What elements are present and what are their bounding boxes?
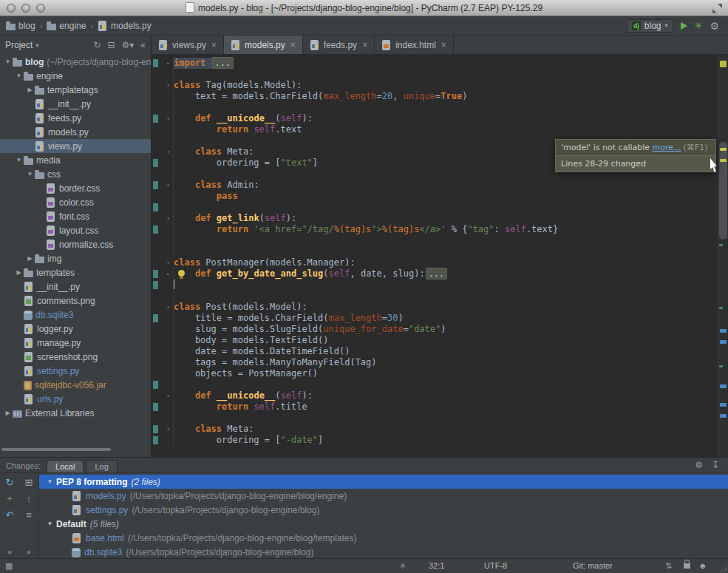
tree-item[interactable]: manage.py xyxy=(0,336,151,350)
tree-item[interactable]: ▶External Libraries xyxy=(0,406,151,420)
tab-close-icon[interactable]: × xyxy=(362,40,367,50)
fold-marker-icon[interactable]: ▾ xyxy=(166,146,170,157)
fold-marker-icon[interactable]: ▾ xyxy=(166,213,170,224)
sync-icon[interactable]: ↻ xyxy=(93,40,101,50)
horizontal-scrollbar[interactable] xyxy=(1,448,111,451)
code-line[interactable] xyxy=(152,246,718,257)
changes-expand-icon[interactable]: ▼ xyxy=(45,478,55,485)
settings-gear-icon[interactable]: ⚙ xyxy=(710,21,719,31)
stripe-mark[interactable] xyxy=(719,307,723,309)
tree-item[interactable]: feeds.py xyxy=(0,111,151,125)
file-encoding[interactable]: UTF-8 xyxy=(484,561,507,570)
fullscreen-icon[interactable] xyxy=(712,4,722,13)
tree-expand-icon[interactable]: ▼ xyxy=(14,157,24,163)
new-changelist-icon[interactable]: + xyxy=(7,494,13,504)
tree-item[interactable]: layout.css xyxy=(0,223,151,237)
changes-row[interactable]: ▼Default(5 files) xyxy=(39,517,728,531)
chevron-down-icon[interactable]: ▾ xyxy=(35,42,38,49)
editor-scrollbar[interactable] xyxy=(719,142,727,240)
tree-expand-icon[interactable]: ▼ xyxy=(14,72,24,79)
tree-expand-icon[interactable]: ▶ xyxy=(25,87,35,93)
code-line[interactable]: return '<a href="/tag/%(tag)s">%(tag)s</… xyxy=(152,224,718,235)
code-line[interactable]: ▸import ... xyxy=(152,58,718,69)
code-line[interactable] xyxy=(152,291,718,302)
changes-row[interactable]: db.sqlite3(/Users/topka/Projects/django-… xyxy=(39,545,728,558)
code-line[interactable]: return self.title xyxy=(152,401,718,413)
code-line[interactable]: ▾class Post(models.Model): xyxy=(152,302,718,313)
tree-item[interactable]: settings.py xyxy=(0,364,151,378)
code-line[interactable]: return self.text xyxy=(152,124,718,135)
tree-item[interactable]: __init__.py xyxy=(0,279,151,294)
fold-marker-icon[interactable]: ▾ xyxy=(166,424,170,435)
run-button[interactable] xyxy=(681,22,687,30)
refresh-icon[interactable]: ↻ xyxy=(6,478,14,487)
stripe-mark[interactable] xyxy=(720,148,727,151)
stripe-mark[interactable] xyxy=(720,384,727,388)
editor-tab[interactable]: index.html× xyxy=(375,35,454,54)
editor-tab[interactable]: views.py× xyxy=(152,35,224,54)
rollback-icon[interactable]: ↶ xyxy=(6,510,14,520)
tree-item[interactable]: sqlitejdbc-v056.jar xyxy=(0,378,151,392)
code-line[interactable]: ordering = ["-date"] xyxy=(152,435,718,446)
stripe-mark[interactable] xyxy=(719,365,723,367)
code-line[interactable] xyxy=(152,235,718,246)
code-line[interactable]: slug = models.SlugField(unique_for_date=… xyxy=(152,324,718,335)
code-line[interactable]: ▾ class Meta: xyxy=(152,424,718,435)
fold-marker-icon[interactable]: ▾ xyxy=(166,113,170,124)
code-line[interactable]: title = models.CharField(max_length=30) xyxy=(152,313,718,324)
stripe-mark[interactable] xyxy=(720,340,727,344)
tree-expand-icon[interactable]: ▶ xyxy=(3,410,13,416)
tree-item[interactable]: comments.png xyxy=(0,294,151,308)
stripe-mark[interactable] xyxy=(720,61,727,67)
tree-expand-icon[interactable]: ▶ xyxy=(14,269,24,276)
more-actions-icon[interactable]: » xyxy=(27,547,31,556)
tree-expand-icon[interactable]: ▼ xyxy=(25,171,35,177)
tree-item[interactable]: logger.py xyxy=(0,322,151,336)
tree-item[interactable]: ▶templates xyxy=(0,265,151,279)
tree-item[interactable]: ▼media xyxy=(0,153,151,167)
show-diff-icon[interactable]: ≡ xyxy=(26,510,32,520)
code-line[interactable] xyxy=(152,202,718,213)
lock-icon[interactable] xyxy=(684,563,690,569)
tab-close-icon[interactable]: × xyxy=(290,40,296,50)
tree-item[interactable]: models.py xyxy=(0,125,151,139)
tab-close-icon[interactable]: × xyxy=(211,40,217,50)
code-line[interactable]: ▾class PostManager(models.Manager): xyxy=(152,257,718,268)
code-line[interactable]: pass xyxy=(152,191,718,202)
breadcrumb-item[interactable]: models.py xyxy=(98,21,152,31)
editor-tab[interactable]: feeds.py× xyxy=(303,35,375,54)
group-by-icon[interactable]: ⊞ xyxy=(25,478,33,487)
stripe-mark[interactable] xyxy=(720,159,727,162)
fold-marker-icon[interactable]: ▾ xyxy=(166,302,170,313)
code-line[interactable]: date = models.DateTimeField() xyxy=(152,346,718,357)
changes-row[interactable]: ▼PEP 8 formatting(2 files) xyxy=(39,475,728,489)
tree-item[interactable]: border.css xyxy=(0,181,151,195)
fold-marker-icon[interactable]: ▸ xyxy=(166,58,170,69)
fold-marker-icon[interactable]: ▾ xyxy=(166,80,170,91)
close-window-icon[interactable] xyxy=(7,4,16,13)
changes-row[interactable]: settings.py(/Users/topka/Projects/django… xyxy=(39,503,728,517)
zoom-window-icon[interactable] xyxy=(36,4,45,13)
tree-expand-icon[interactable]: ▶ xyxy=(25,255,35,262)
code-line[interactable]: text = models.CharField(max_length=20, u… xyxy=(152,91,718,102)
stripe-mark[interactable] xyxy=(720,403,727,407)
fold-marker-icon[interactable]: ▸ xyxy=(166,268,170,279)
tab-close-icon[interactable]: × xyxy=(441,40,446,50)
collapse-all-icon[interactable]: ⊟ xyxy=(107,40,115,50)
tooltip-more-link[interactable]: more... xyxy=(653,143,681,152)
tree-item[interactable]: ▼engine xyxy=(0,69,151,83)
code-line[interactable]: body = models.TextField() xyxy=(152,335,718,346)
minimize-window-icon[interactable] xyxy=(21,4,30,13)
code-line[interactable]: ▾ def get_link(self): xyxy=(152,213,718,224)
toggle-toolwindows-icon[interactable]: ▦ xyxy=(5,561,13,571)
run-with-coverage-icon[interactable]: ✳ xyxy=(695,21,703,30)
tree-item[interactable]: normalize.css xyxy=(0,237,151,251)
stripe-mark[interactable] xyxy=(720,414,727,418)
code-line[interactable] xyxy=(152,279,718,291)
tree-item[interactable]: ▶templatetags xyxy=(0,83,151,97)
editor-tab[interactable]: models.py× xyxy=(224,35,303,54)
gear-icon[interactable]: ⚙ xyxy=(695,460,703,470)
breadcrumb-item[interactable]: engine xyxy=(47,21,86,31)
resize-grip[interactable] xyxy=(718,563,727,572)
tree-item[interactable]: ▼blog (~/Projects/django-blog-engine/blo… xyxy=(0,55,151,69)
